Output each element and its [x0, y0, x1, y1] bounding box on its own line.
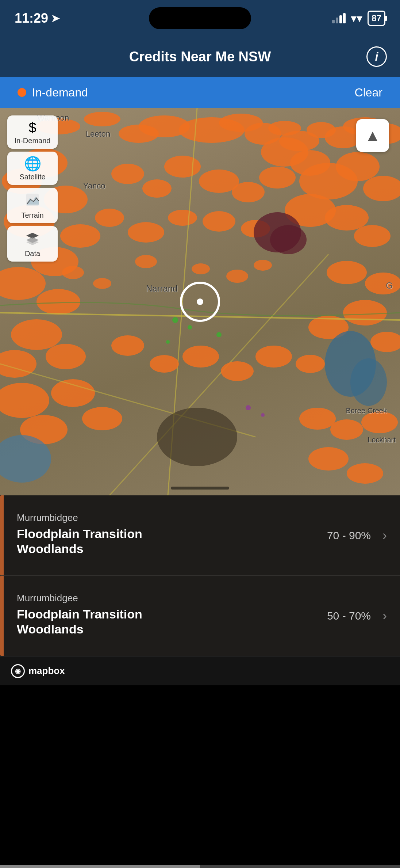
- results-section: Murrumbidgee Floodplain TransitionWoodla…: [0, 495, 400, 685]
- terrain-map-label: Terrain: [21, 211, 43, 220]
- wifi-icon: ▾▾: [351, 11, 362, 25]
- svg-point-26: [36, 289, 80, 315]
- svg-point-28: [142, 179, 172, 198]
- svg-point-61: [111, 335, 144, 356]
- location-arrow-icon: ➤: [51, 12, 59, 24]
- result-1-name: Floodplain TransitionWoodlands: [17, 526, 379, 556]
- map-label-boree: Boree Creek: [346, 407, 387, 415]
- status-time-container: 11:29 ➤: [15, 11, 59, 26]
- svg-point-66: [296, 355, 325, 373]
- result-card-2-accent: [0, 576, 4, 656]
- svg-point-47: [343, 300, 387, 326]
- in-demand-map-button[interactable]: $ In-Demand: [7, 115, 58, 149]
- map-label-lockhart: Lockhart: [368, 436, 396, 444]
- filter-bar: In-demand Clear: [0, 77, 400, 108]
- compass-button[interactable]: ▲: [356, 119, 389, 152]
- terrain-icon: [26, 193, 39, 209]
- svg-point-76: [308, 447, 349, 471]
- map-label-yanco: Yanco: [83, 181, 105, 191]
- svg-point-78: [172, 317, 178, 323]
- svg-point-64: [221, 361, 254, 381]
- data-map-button[interactable]: Data: [7, 226, 58, 262]
- info-button[interactable]: i: [366, 46, 387, 67]
- svg-point-81: [166, 340, 170, 344]
- svg-point-70: [192, 263, 210, 274]
- location-marker: [180, 282, 220, 322]
- svg-point-27: [111, 164, 144, 184]
- mapbox-logo: ◉ mapbox: [11, 664, 65, 678]
- svg-point-84: [157, 408, 237, 466]
- svg-point-65: [255, 346, 292, 368]
- in-demand-label-text: In-demand: [32, 86, 88, 99]
- satellite-map-button[interactable]: 🌐 Satellite: [7, 152, 58, 185]
- svg-point-40: [46, 344, 86, 369]
- svg-point-42: [51, 379, 95, 407]
- svg-point-60: [290, 150, 330, 176]
- svg-point-73: [299, 408, 336, 430]
- result-card-2[interactable]: Murrumbidgee Floodplain TransitionWoodla…: [0, 576, 400, 656]
- svg-point-82: [246, 405, 251, 410]
- svg-point-54: [270, 225, 307, 254]
- svg-point-33: [95, 209, 124, 227]
- battery-indicator: 87: [368, 11, 385, 26]
- bottom-progress-fill: [0, 865, 200, 868]
- header-title: Credits Near Me NSW: [129, 49, 271, 65]
- svg-point-71: [226, 270, 248, 283]
- home-indicator: [171, 487, 229, 490]
- satellite-map-label: Satellite: [19, 173, 45, 181]
- map-sidebar: $ In-Demand 🌐 Satellite Terrain: [7, 115, 58, 262]
- svg-point-79: [188, 325, 192, 330]
- map-label-leeton: Leeton: [86, 129, 110, 139]
- result-card-1-accent: [0, 495, 4, 575]
- svg-point-51: [350, 358, 387, 406]
- svg-point-45: [327, 261, 367, 284]
- svg-point-69: [135, 255, 157, 268]
- battery-level: 87: [372, 13, 381, 23]
- result-card-1[interactable]: Murrumbidgee Floodplain TransitionWoodla…: [0, 495, 400, 576]
- compass-arrow-icon: ▲: [365, 126, 381, 145]
- svg-point-74: [330, 419, 363, 440]
- svg-point-62: [150, 355, 179, 373]
- svg-point-32: [259, 167, 296, 189]
- svg-point-72: [254, 260, 272, 271]
- status-icons: ▾▾ 87: [332, 11, 385, 26]
- svg-point-31: [232, 182, 265, 202]
- terrain-map-button[interactable]: Terrain: [7, 188, 58, 223]
- in-demand-filter[interactable]: In-demand: [18, 86, 88, 99]
- in-demand-dot-icon: [18, 88, 26, 97]
- map-container[interactable]: Wamoon Leeton Yanco Narrand G Boree Cree…: [0, 108, 400, 495]
- app-header: Credits Near Me NSW i: [0, 37, 400, 77]
- mapbox-label: mapbox: [28, 665, 65, 677]
- svg-point-18: [354, 225, 391, 247]
- svg-point-83: [261, 413, 265, 417]
- clear-button[interactable]: Clear: [355, 86, 382, 99]
- svg-point-49: [370, 332, 400, 352]
- dollar-icon: $: [28, 121, 36, 134]
- svg-point-14: [336, 152, 380, 181]
- svg-point-80: [216, 332, 222, 337]
- svg-point-17: [325, 205, 369, 231]
- status-bar: 11:29 ➤ ▾▾ 87: [0, 0, 400, 37]
- svg-point-29: [164, 156, 201, 178]
- svg-point-46: [365, 273, 400, 294]
- result-1-chevron-icon: ›: [382, 528, 387, 543]
- svg-point-77: [347, 463, 383, 484]
- svg-point-63: [182, 346, 219, 368]
- svg-point-44: [82, 407, 122, 430]
- svg-point-68: [93, 278, 111, 289]
- result-2-chevron-icon: ›: [382, 608, 387, 624]
- map-label-g: G: [386, 281, 393, 291]
- map-label-narrand: Narrand: [146, 283, 178, 294]
- notch: [149, 7, 251, 29]
- mapbox-footer: ◉ mapbox: [0, 656, 400, 685]
- svg-point-38: [11, 319, 62, 350]
- result-2-region: Murrumbidgee: [17, 593, 379, 604]
- result-2-percent: 50 - 70%: [327, 610, 371, 622]
- svg-point-15: [363, 176, 400, 201]
- result-card-2-content: Murrumbidgee Floodplain TransitionWoodla…: [11, 593, 379, 639]
- location-marker-dot: [197, 298, 203, 305]
- result-1-percent: 70 - 90%: [327, 529, 371, 542]
- result-2-name: Floodplain TransitionWoodlands: [17, 607, 379, 637]
- mapbox-circle-icon: ◉: [11, 664, 25, 678]
- data-map-label: Data: [25, 250, 40, 258]
